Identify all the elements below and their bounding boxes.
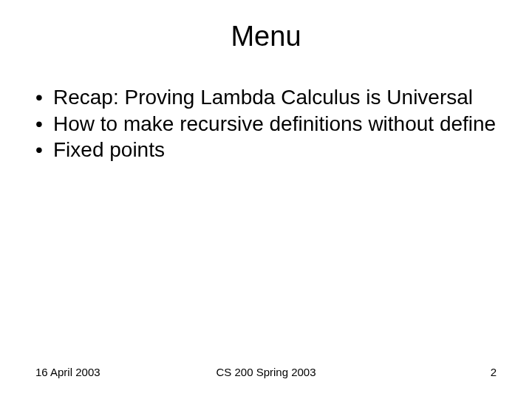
bullet-item: How to make recursive definitions withou… [30,112,502,137]
footer-page-number: 2 [343,366,497,378]
bullet-item: Recap: Proving Lambda Calculus is Univer… [30,85,502,110]
footer-course: CS 200 Spring 2003 [189,366,343,378]
bullet-list: Recap: Proving Lambda Calculus is Univer… [30,85,502,163]
footer: 16 April 2003 CS 200 Spring 2003 2 [0,366,532,378]
slide-title: Menu [0,0,532,58]
footer-date: 16 April 2003 [35,366,189,378]
content-area: Recap: Proving Lambda Calculus is Univer… [0,58,532,163]
bullet-item: Fixed points [30,137,502,163]
